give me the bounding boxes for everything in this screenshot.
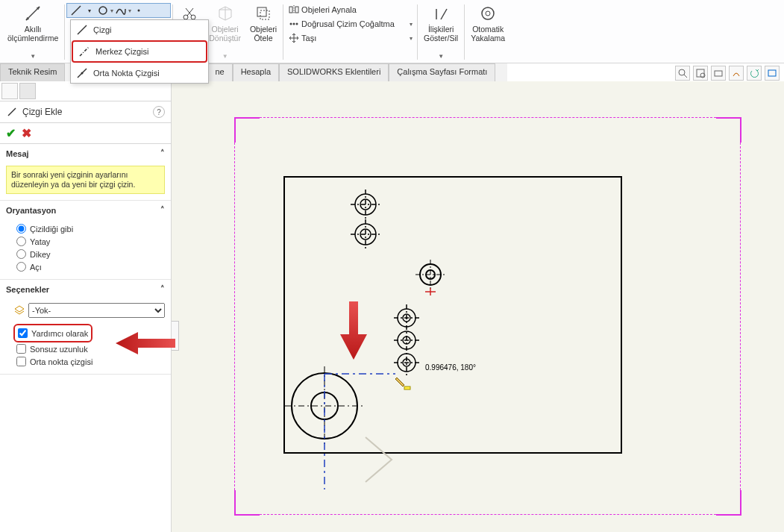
cube-icon bbox=[215, 3, 236, 24]
section-options: Seçenekler ˄ -Yok- Yardımcı olarak Sonsu… bbox=[0, 280, 171, 375]
section-title: Seçenekler bbox=[6, 285, 49, 294]
centerline-icon bbox=[78, 45, 91, 58]
feature-tree-tab[interactable] bbox=[1, 83, 18, 99]
zoom-fit-button[interactable] bbox=[675, 66, 690, 81]
move-button[interactable]: Taşı ▾ bbox=[285, 31, 415, 45]
svg-point-18 bbox=[486, 11, 490, 16]
svg-line-16 bbox=[441, 9, 447, 19]
svg-point-12 bbox=[290, 23, 292, 25]
radio-angle[interactable]: Açı bbox=[6, 260, 165, 273]
arrow-icon bbox=[116, 332, 175, 354]
mirror-button[interactable]: Objeleri Aynala bbox=[285, 3, 415, 16]
midline-icon bbox=[75, 66, 89, 80]
svg-line-5 bbox=[187, 8, 193, 16]
section-header[interactable]: Mesaj ˄ bbox=[0, 144, 171, 163]
dimension-icon bbox=[22, 3, 43, 24]
svg-rect-11 bbox=[295, 7, 298, 13]
layer-icon bbox=[13, 304, 25, 316]
move-icon bbox=[288, 32, 300, 44]
svg-rect-27 bbox=[715, 71, 722, 76]
point-icon[interactable] bbox=[133, 4, 145, 16]
offset-label: Objeleri Ötele bbox=[250, 25, 277, 43]
construction-checkbox-highlight: Yardımcı olarak bbox=[13, 324, 92, 342]
tab-ne[interactable]: ne bbox=[207, 63, 232, 81]
display-style-button[interactable] bbox=[765, 66, 780, 81]
zoom-area-button[interactable] bbox=[693, 66, 708, 81]
chevron-down-icon[interactable]: ▼ bbox=[30, 53, 36, 60]
tab-sheet-format[interactable]: Çalışma Sayfası Formatı bbox=[389, 63, 495, 81]
svg-rect-8 bbox=[260, 10, 269, 19]
svg-rect-9 bbox=[289, 7, 292, 13]
svg-line-19 bbox=[78, 25, 87, 34]
section-header[interactable]: Oryantasyon ˄ bbox=[0, 201, 171, 219]
show-relations-button[interactable]: İlişkileri Göster/Sil ▼ bbox=[419, 1, 462, 63]
section-orientation: Oryantasyon ˄ Çizildiği gibi Yatay Dikey… bbox=[0, 201, 171, 280]
sheet-border bbox=[260, 117, 716, 118]
radio-horizontal[interactable]: Yatay bbox=[6, 235, 165, 248]
section-header[interactable]: Seçenekler ˄ bbox=[0, 280, 171, 298]
radio-as-drawn[interactable]: Çizildiği gibi bbox=[6, 222, 165, 235]
tab-addins[interactable]: SOLIDWORKS Eklentileri bbox=[279, 63, 389, 81]
dropdown-item-centerline[interactable]: Merkez Çizgisi bbox=[72, 40, 207, 63]
section-message: Mesaj ˄ Bir sonraki yeni çizginin ayarla… bbox=[0, 144, 171, 201]
svg-point-14 bbox=[296, 23, 298, 25]
spline-icon[interactable] bbox=[115, 4, 127, 16]
svg-line-6 bbox=[186, 8, 192, 16]
cancel-button[interactable]: ✖ bbox=[22, 126, 31, 140]
layer-select[interactable]: -Yok- bbox=[28, 303, 165, 318]
section-title: Mesaj bbox=[6, 149, 29, 158]
move-label: Taşı bbox=[301, 34, 316, 43]
checkbox-midpoint[interactable]: Orta nokta çizgisi bbox=[6, 355, 165, 368]
dropdown-item-midline[interactable]: Orta Nokta Çizgisi bbox=[71, 63, 208, 83]
mirror-icon bbox=[288, 4, 300, 16]
chevron-down-icon[interactable]: ▾ bbox=[84, 4, 95, 16]
line-type-dropdown: Çizgi Merkez Çizgisi Orta Nokta Çizgisi bbox=[70, 19, 209, 84]
panel-tabs bbox=[0, 81, 171, 101]
checkbox-construction[interactable]: Yardımcı olarak bbox=[18, 327, 88, 339]
rotate-view-button[interactable] bbox=[747, 66, 762, 81]
view-toolbar bbox=[675, 66, 780, 81]
drawing-canvas[interactable]: 0.996476, 180° bbox=[172, 81, 784, 532]
tab-drawing[interactable]: Teknik Resim bbox=[0, 63, 65, 81]
section-view-button[interactable] bbox=[729, 66, 744, 81]
convert-entities-button: Objeleri Dönüştür ▼ bbox=[204, 1, 245, 63]
autosnap-label: Otomatik Yakalama bbox=[471, 25, 505, 43]
dropdown-label: Merkez Çizgisi bbox=[95, 47, 149, 56]
dropdown-label: Çizgi bbox=[93, 25, 111, 34]
smart-dimension-button[interactable]: Akıllı ölçümlendirme ▼ bbox=[3, 1, 63, 63]
svg-line-0 bbox=[72, 6, 81, 15]
target-icon bbox=[477, 3, 498, 24]
chevron-up-icon: ˄ bbox=[160, 148, 165, 158]
dropdown-item-line[interactable]: Çizgi bbox=[71, 20, 208, 40]
confirm-row: ✔ ✖ bbox=[0, 123, 171, 144]
property-tab[interactable] bbox=[19, 83, 36, 99]
convert-label: Objeleri Dönüştür bbox=[209, 25, 241, 43]
svg-line-24 bbox=[684, 75, 687, 78]
help-icon[interactable]: ? bbox=[153, 106, 165, 118]
pattern-icon bbox=[288, 18, 300, 30]
linear-pattern-button[interactable]: Doğrusal Çizim Çoğaltma ▾ bbox=[285, 17, 415, 31]
pattern-label: Doğrusal Çizim Çoğaltma bbox=[301, 19, 395, 28]
svg-point-23 bbox=[679, 69, 685, 75]
line-tool-button[interactable]: ▾ ▾ ▾ bbox=[66, 3, 171, 18]
chevron-down-icon[interactable]: ▼ bbox=[438, 53, 444, 60]
svg-line-29 bbox=[8, 108, 16, 116]
chevron-up-icon: ˄ bbox=[160, 205, 165, 215]
svg-point-2 bbox=[138, 10, 140, 12]
cursor-dimension: 0.996476, 180° bbox=[425, 363, 476, 372]
message-text: Bir sonraki yeni çizginin ayarlarını düz… bbox=[6, 166, 165, 194]
autosnap-button[interactable]: Otomatik Yakalama bbox=[466, 1, 509, 63]
ok-button[interactable]: ✔ bbox=[6, 126, 16, 140]
prev-view-button[interactable] bbox=[711, 66, 726, 81]
line-icon bbox=[6, 106, 18, 118]
radio-vertical[interactable]: Dikey bbox=[6, 248, 165, 260]
panel-title-row: Çizgi Ekle ? bbox=[0, 101, 171, 123]
svg-point-1 bbox=[99, 7, 107, 14]
tab-evaluate[interactable]: Hesapla bbox=[233, 63, 279, 81]
offset-entities-button[interactable]: Objeleri Ötele bbox=[245, 1, 281, 63]
main-area: Çizgi Ekle ? ✔ ✖ Mesaj ˄ Bir sonraki yen… bbox=[0, 81, 784, 532]
circle-icon[interactable] bbox=[97, 4, 109, 16]
offset-icon bbox=[253, 3, 274, 24]
line-icon bbox=[75, 23, 89, 37]
svg-point-13 bbox=[293, 23, 295, 25]
